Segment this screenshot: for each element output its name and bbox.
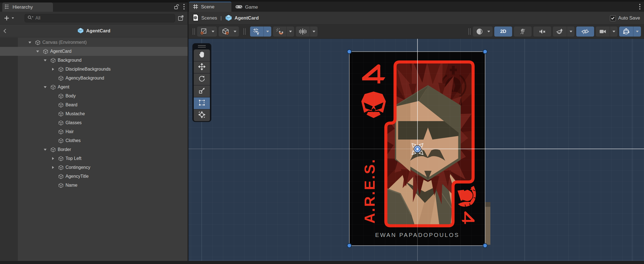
tree-item-mustache[interactable]: Mustache: [0, 109, 188, 118]
tree-item-top-left[interactable]: Top Left: [0, 154, 188, 163]
create-object-button[interactable]: [3, 15, 14, 21]
scene-visibility-button[interactable]: [576, 27, 594, 37]
tree-item-agentcard[interactable]: AgentCard: [0, 47, 188, 56]
dropdown-caret-icon[interactable]: [610, 27, 618, 37]
breadcrumb-separator: |: [221, 15, 222, 21]
prefab-cube-icon: [225, 14, 232, 22]
hierarchy-search-input[interactable]: All: [25, 14, 175, 22]
scene-audio-button[interactable]: [533, 27, 551, 37]
snap-settings-button[interactable]: [273, 27, 294, 37]
lock-icon[interactable]: [174, 4, 179, 11]
expand-triangle-icon[interactable]: [51, 165, 55, 169]
scene-viewport[interactable]: A.R.E.S. EWAN PAPADOPOULOS: [188, 39, 644, 261]
kebab-menu-icon[interactable]: [183, 3, 185, 11]
tools-drag-handle-icon[interactable]: [198, 45, 206, 47]
tree-item-background[interactable]: Background: [0, 56, 188, 65]
tool-handle-position-button[interactable]: [197, 27, 217, 37]
expand-triangle-icon[interactable]: [43, 58, 47, 62]
tree-item-label: Hair: [66, 129, 74, 134]
dropdown-caret-icon[interactable]: [263, 27, 271, 37]
tree-item-canvas-environment-[interactable]: Canvas (Environment): [0, 38, 188, 47]
gameobject-cube-icon: [50, 147, 56, 152]
pivot-handle[interactable]: [414, 146, 421, 153]
tree-item-agent[interactable]: Agent: [0, 83, 188, 92]
gameobject-cube-icon: [50, 58, 56, 63]
audio-mute-icon: [535, 27, 549, 37]
2d-toggle-button[interactable]: 2D: [494, 27, 512, 37]
auto-save-control[interactable]: Auto Save: [610, 12, 640, 25]
tree-item-contingency[interactable]: Contingency: [0, 163, 188, 172]
open-search-window-icon[interactable]: [177, 15, 185, 23]
dropdown-caret-icon[interactable]: [567, 27, 575, 37]
toolbar-drag-handle-icon[interactable]: [193, 28, 195, 35]
grid-visibility-button[interactable]: Y: [250, 27, 271, 37]
tree-item-border[interactable]: Border: [0, 145, 188, 154]
hierarchy-icon: [5, 4, 10, 11]
tree-item-agencybackground[interactable]: AgencyBackground: [0, 74, 188, 83]
gizmos-button[interactable]: [619, 27, 641, 37]
scene-kebab-menu-icon[interactable]: [639, 3, 641, 11]
move-tool-icon: [198, 63, 205, 71]
auto-save-label: Auto Save: [618, 15, 640, 21]
dropdown-caret-icon[interactable]: [485, 27, 493, 37]
breadcrumb-agentcard[interactable]: AgentCard: [225, 14, 259, 22]
gameobject-cube-icon: [58, 102, 64, 108]
auto-save-checkbox[interactable]: [610, 15, 616, 21]
tree-item-hair[interactable]: Hair: [0, 127, 188, 136]
tree-item-label: DisciplineBackgrounds: [66, 67, 111, 72]
prefab-cube-icon: [77, 27, 84, 35]
tree-item-glasses[interactable]: Glasses: [0, 118, 188, 127]
expand-triangle-icon[interactable]: [51, 157, 55, 160]
tree-item-disciplinebackgrounds[interactable]: DisciplineBackgrounds: [0, 65, 188, 74]
view-tool-button[interactable]: [194, 49, 210, 61]
tree-item-clothes[interactable]: Clothes: [0, 136, 188, 145]
tree-item-agencytitle[interactable]: AgencyTitle: [0, 172, 188, 181]
breadcrumb-scenes[interactable]: Scenes: [192, 14, 217, 23]
dropdown-caret-icon[interactable]: [286, 27, 294, 37]
scene-gizmos: [188, 39, 644, 261]
tool-handle-rotation-button[interactable]: [219, 27, 239, 37]
gameobject-cube-icon: [50, 85, 56, 90]
tree-item-label: Agent: [58, 85, 69, 90]
rotate-tool-button[interactable]: [194, 73, 210, 85]
gameobject-cube-icon: [58, 138, 64, 143]
rect-tool-button[interactable]: [194, 97, 210, 109]
move-tool-button[interactable]: [194, 61, 210, 73]
tab-scene[interactable]: Scene: [189, 2, 231, 12]
expand-triangle-icon[interactable]: [36, 49, 40, 53]
tab-game[interactable]: Game: [235, 3, 258, 12]
hierarchy-panel: Hierarchy: [0, 0, 188, 261]
dropdown-caret-icon[interactable]: [209, 27, 217, 37]
expand-triangle-icon[interactable]: [43, 148, 47, 152]
svg-text:Y: Y: [257, 32, 259, 35]
draw-mode-button[interactable]: [473, 27, 493, 37]
tree-item-name[interactable]: Name: [0, 181, 188, 190]
dropdown-caret-icon[interactable]: [633, 27, 641, 37]
tab-hierarchy[interactable]: Hierarchy: [2, 3, 53, 12]
grid-y-icon: Y: [250, 27, 263, 37]
camera-icon: [596, 27, 610, 37]
gameobject-cube-icon: [43, 49, 48, 54]
dropdown-caret-icon[interactable]: [231, 27, 239, 37]
tree-item-label: Border: [58, 147, 71, 152]
transform-tool-button[interactable]: [194, 109, 210, 121]
scene-toolbar-right: 2D: [468, 27, 641, 37]
expand-triangle-icon[interactable]: [51, 67, 55, 71]
rotate-tool-icon: [198, 75, 205, 83]
magnet-icon: [273, 27, 286, 37]
scene-lighting-button[interactable]: [514, 27, 532, 37]
back-chevron-icon[interactable]: [3, 28, 7, 35]
prefab-breadcrumb-title[interactable]: AgentCard: [86, 28, 110, 34]
tree-item-body[interactable]: Body: [0, 92, 188, 100]
tools-column: [194, 49, 210, 121]
effects-icon: [553, 27, 567, 37]
toolbar-drag-handle-icon[interactable]: [468, 28, 471, 35]
tree-item-beard[interactable]: Beard: [0, 100, 188, 109]
camera-settings-button[interactable]: [596, 27, 618, 37]
dropdown-caret-icon[interactable]: [310, 27, 318, 37]
effects-button[interactable]: [553, 27, 575, 37]
expand-triangle-icon[interactable]: [28, 40, 32, 44]
expand-triangle-icon[interactable]: [43, 85, 47, 89]
grid-snap-size-button[interactable]: [296, 27, 318, 37]
scale-tool-button[interactable]: [194, 85, 210, 97]
